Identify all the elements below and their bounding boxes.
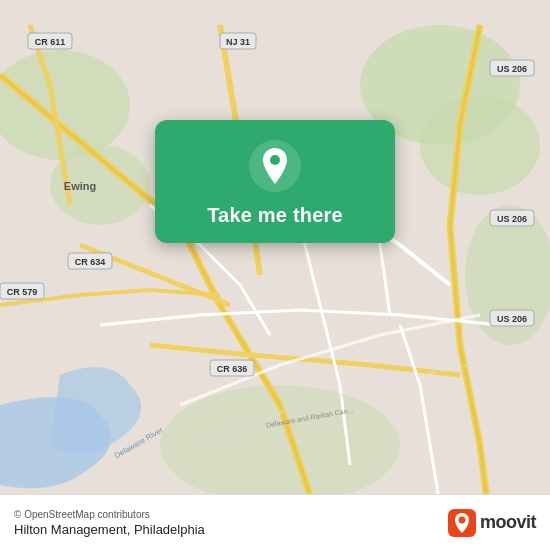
svg-text:US 206: US 206	[497, 64, 527, 74]
svg-point-29	[458, 516, 465, 523]
svg-point-27	[270, 155, 280, 165]
moovit-logo: moovit	[448, 509, 536, 537]
bottom-left: © OpenStreetMap contributors Hilton Mana…	[14, 509, 205, 537]
location-card: Take me there	[155, 120, 395, 243]
svg-point-2	[420, 95, 540, 195]
svg-text:US 206: US 206	[497, 214, 527, 224]
bottom-bar: © OpenStreetMap contributors Hilton Mana…	[0, 494, 550, 550]
take-me-there-button[interactable]: Take me there	[207, 204, 343, 227]
moovit-logo-icon	[448, 509, 476, 537]
map-svg: CR 611 NJ 31 US 206 US 206 US 206 CR 634…	[0, 0, 550, 550]
svg-text:Ewing: Ewing	[64, 180, 96, 192]
osm-credit: © OpenStreetMap contributors	[14, 509, 205, 520]
svg-text:CR 579: CR 579	[7, 287, 38, 297]
moovit-text: moovit	[480, 512, 536, 533]
svg-text:US 206: US 206	[497, 314, 527, 324]
svg-text:CR 634: CR 634	[75, 257, 106, 267]
svg-text:CR 636: CR 636	[217, 364, 248, 374]
location-name: Hilton Management, Philadelphia	[14, 522, 205, 537]
svg-text:NJ 31: NJ 31	[226, 37, 250, 47]
location-pin-icon	[249, 140, 301, 192]
map-container: CR 611 NJ 31 US 206 US 206 US 206 CR 634…	[0, 0, 550, 550]
svg-text:CR 611: CR 611	[35, 37, 66, 47]
